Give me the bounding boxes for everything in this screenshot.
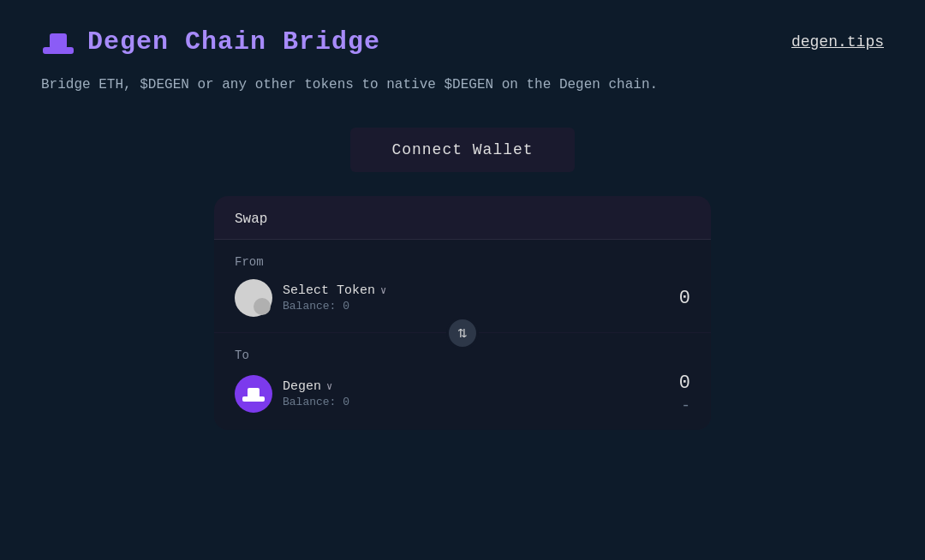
swap-card-header: Swap: [214, 196, 711, 240]
from-token-inner-circle: [254, 298, 271, 315]
description-text: Bridge ETH, $DEGEN or any other tokens t…: [41, 74, 692, 97]
connect-wallet-button[interactable]: Connect Wallet: [350, 128, 574, 172]
connect-wallet-container: Connect Wallet: [41, 128, 884, 172]
from-token-icon: [235, 279, 272, 317]
degen-token-button[interactable]: Degen ∨: [283, 379, 349, 394]
swap-card: Swap From Select Token ∨ Balance: 0: [214, 196, 711, 430]
to-token-row: Degen ∨ Balance: 0 0 -: [235, 372, 690, 414]
from-token-info: Select Token ∨ Balance: 0: [283, 283, 386, 313]
to-label: To: [235, 349, 690, 362]
from-token-balance: Balance: 0: [283, 300, 386, 313]
from-token-left: Select Token ∨ Balance: 0: [235, 279, 386, 317]
header-link[interactable]: degen.tips: [791, 33, 884, 51]
from-token-row: Select Token ∨ Balance: 0 0: [235, 279, 690, 317]
to-token-left: Degen ∨ Balance: 0: [235, 375, 349, 413]
page-wrapper: Degen Chain Bridge degen.tips Bridge ETH…: [0, 0, 925, 457]
to-token-chevron-icon: ∨: [326, 380, 332, 393]
header-left: Degen Chain Bridge: [41, 27, 380, 57]
to-right-values: 0 -: [679, 372, 690, 414]
swap-arrow-icon: ⇅: [457, 326, 468, 340]
from-label: From: [235, 255, 690, 269]
to-token-info: Degen ∨ Balance: 0: [283, 379, 349, 408]
to-token-amount: 0: [679, 372, 690, 394]
swap-direction-button[interactable]: ⇅: [446, 317, 479, 349]
header: Degen Chain Bridge degen.tips: [41, 27, 884, 57]
degen-token-icon: [235, 375, 272, 413]
degen-hat-svg: [242, 384, 266, 403]
app-title: Degen Chain Bridge: [87, 27, 380, 57]
to-dash: -: [681, 397, 690, 414]
from-token-amount: 0: [679, 288, 690, 309]
svg-rect-3: [248, 388, 260, 398]
from-token-chevron-icon: ∨: [380, 284, 386, 297]
to-token-balance: Balance: 0: [283, 396, 349, 408]
select-token-button[interactable]: Select Token ∨: [283, 283, 386, 298]
hat-icon: [41, 28, 75, 56]
from-token-name-text: Select Token: [283, 283, 375, 298]
to-token-name-text: Degen: [283, 379, 321, 394]
svg-rect-1: [50, 33, 67, 49]
